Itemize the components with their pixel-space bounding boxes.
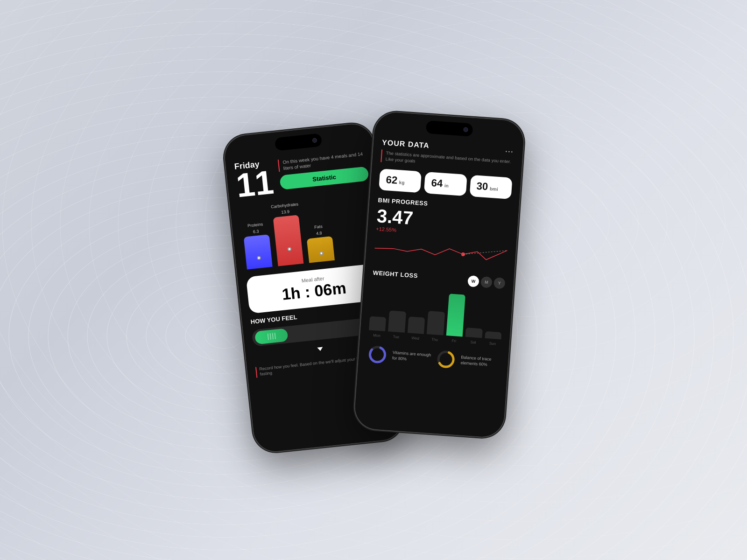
bar-tue <box>388 310 406 332</box>
carbs-bar-wrapper <box>273 215 304 266</box>
carbs-value: 13.9 <box>281 209 289 215</box>
proteins-label: Proteins <box>247 222 263 228</box>
bmi-chart-svg <box>374 234 507 272</box>
bmi-unit: bmi <box>490 186 499 191</box>
feel-tick-2 <box>269 333 271 340</box>
bar-sat <box>465 328 483 338</box>
weight-bar-fri <box>446 289 465 336</box>
bottom-cards: Vitamins are enough for 80% Balance of t… <box>366 343 500 373</box>
weight-bar-mon <box>369 283 388 331</box>
vitamins-text: Vitamins are enough for 80% <box>392 350 431 364</box>
proteins-value: 6.3 <box>253 229 259 234</box>
stat-weight: 62 kg <box>379 168 422 193</box>
weight-bar-thu <box>427 287 446 335</box>
bmi-value: 30 <box>476 180 488 193</box>
day-label-sat: Sat <box>465 339 482 344</box>
trace-elements-text: Balance of trace elements 60% <box>460 355 500 368</box>
more-options-icon[interactable]: ⋯ <box>505 146 514 157</box>
stats-row: 62 kg 64 in 30 bmi <box>379 168 513 199</box>
day-label-wed: Wed <box>407 336 424 341</box>
phones-container: Friday 11 On this week you have 4 meals … <box>224 121 523 439</box>
day-label-tue: Tue <box>388 334 404 339</box>
bar-thu <box>427 311 445 335</box>
right-screen: YOUR DATA ⋯ The statistics are approxima… <box>353 111 525 438</box>
date-block: Friday 11 <box>234 159 275 201</box>
weight-unit: kg <box>399 180 404 185</box>
bar-mon <box>369 316 386 331</box>
slider-arrow <box>317 347 323 351</box>
camera-left <box>312 138 317 143</box>
fats-value: 4.8 <box>316 231 322 236</box>
day-label-thu: Thu <box>426 337 443 342</box>
bar-sun <box>485 331 501 339</box>
svg-point-1 <box>369 346 385 362</box>
weight-loss-title: WEIGHT LOSS <box>373 269 418 280</box>
phone-right: YOUR DATA ⋯ The statistics are approxima… <box>353 111 525 438</box>
feel-fill <box>254 328 289 344</box>
notch-right <box>426 120 473 137</box>
day-number: 11 <box>235 167 275 201</box>
bar-fri <box>446 294 465 336</box>
weight-value: 62 <box>386 174 398 187</box>
height-value: 64 <box>431 177 443 190</box>
carbs-bar <box>273 215 304 266</box>
day-label-fri: Fri <box>445 338 462 343</box>
carbs-label: Carbohydrates <box>271 202 299 209</box>
fats-bar-group: Fats 4.8 <box>305 223 335 263</box>
period-buttons: W M Y <box>467 275 505 289</box>
fats-bar <box>307 236 335 263</box>
header-right: On this week you have 4 meals and 14 lit… <box>277 148 369 189</box>
weight-bar-tue <box>388 285 408 332</box>
weight-bar-chart <box>369 283 504 339</box>
bar-wed <box>408 316 425 334</box>
nutrition-chart: Proteins 6.3 Carbohydrates 13.9 <box>239 195 377 273</box>
weight-bar-sat <box>465 290 485 338</box>
vitamins-card: Vitamins are enough for 80% <box>366 343 432 368</box>
camera-right <box>463 127 468 132</box>
period-btn-monthly[interactable]: M <box>480 276 493 288</box>
carbs-bar-group: Carbohydrates 13.9 <box>271 202 305 266</box>
period-btn-weekly[interactable]: W <box>467 275 479 287</box>
notch-left <box>275 133 322 151</box>
vitamins-donut <box>366 343 388 365</box>
feel-tick-3 <box>272 333 273 339</box>
proteins-bar <box>244 234 273 269</box>
day-label-sun: Sun <box>484 341 501 346</box>
stat-bmi: 30 bmi <box>469 175 512 199</box>
feel-tick-1 <box>267 333 268 340</box>
stat-height: 64 in <box>424 172 467 196</box>
your-data-title: YOUR DATA <box>382 138 430 150</box>
left-header: Friday 11 On this week you have 4 meals … <box>234 148 370 201</box>
period-btn-yearly[interactable]: Y <box>493 277 506 289</box>
fats-label: Fats <box>314 224 323 230</box>
height-unit: in <box>444 183 449 189</box>
bmi-chart <box>374 234 507 272</box>
feel-tick-4 <box>274 333 275 339</box>
fats-bar-wrapper <box>307 236 335 263</box>
weight-bar-wed <box>408 286 427 334</box>
trace-elements-donut <box>435 348 457 370</box>
day-label-mon: Mon <box>368 333 385 338</box>
trace-elements-card: Balance of trace elements 60% <box>435 348 500 373</box>
proteins-bar-wrapper <box>244 234 273 269</box>
weight-bar-sun <box>485 292 504 339</box>
proteins-bar-group: Proteins 6.3 <box>242 221 273 269</box>
bmi-trend-line <box>463 247 507 258</box>
bmi-section: BMI PROGRESS 3.47 +12.55% <box>374 196 510 271</box>
weight-loss-section: WEIGHT LOSS W M Y <box>368 268 506 346</box>
